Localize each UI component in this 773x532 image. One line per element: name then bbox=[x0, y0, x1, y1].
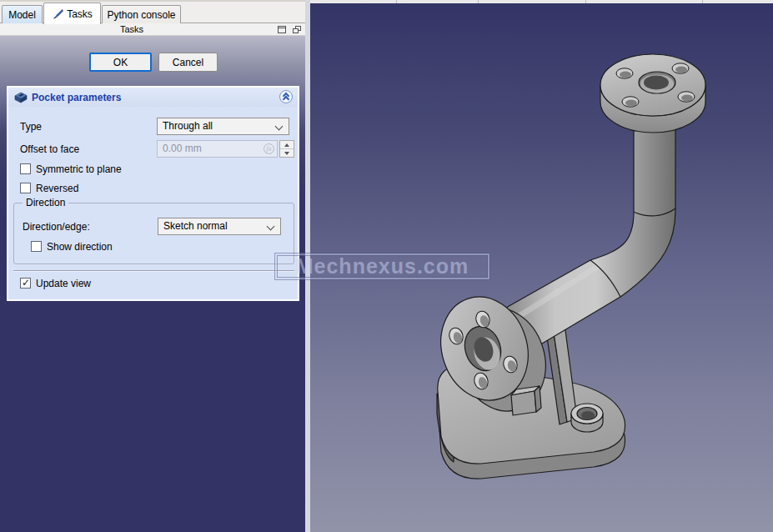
type-dropdown-value: Through all bbox=[163, 120, 213, 132]
tasks-title: Tasks bbox=[0, 24, 264, 34]
offset-value: 0.00 mm bbox=[163, 143, 202, 154]
cancel-button[interactable]: Cancel bbox=[158, 53, 218, 72]
type-label: Type bbox=[20, 121, 42, 133]
tab-model-label: Model bbox=[8, 9, 36, 21]
pencil-icon bbox=[52, 8, 63, 20]
direction-group-title: Direction bbox=[23, 197, 68, 208]
chevron-down-icon bbox=[267, 223, 275, 231]
pane-tabbar: Model Tasks Python console bbox=[0, 0, 305, 23]
separator bbox=[13, 270, 294, 272]
check-icon: ✓ bbox=[22, 277, 30, 289]
spin-up-button bbox=[280, 141, 294, 149]
watermark-text: Mechnexus.com bbox=[296, 254, 469, 279]
dock-panel-icon[interactable] bbox=[278, 25, 287, 33]
pocket-parameters-panel: Pocket parameters Type Through all Offse… bbox=[7, 86, 299, 301]
expression-editor-icon: fx bbox=[264, 143, 274, 154]
offset-label: Offset to face bbox=[20, 143, 79, 155]
reversed-checkbox[interactable] bbox=[20, 183, 31, 193]
tab-python-console[interactable]: Python console bbox=[102, 5, 181, 23]
panel-title: Pocket parameters bbox=[32, 92, 121, 103]
direction-edge-dropdown[interactable]: Sketch normal bbox=[158, 218, 281, 235]
offset-input: 0.00 mm fx bbox=[157, 140, 278, 158]
spin-down-icon bbox=[284, 152, 289, 155]
offset-spinner bbox=[279, 140, 294, 158]
tab-python-label: Python console bbox=[107, 9, 175, 21]
pocket-parameters-header[interactable]: Pocket parameters bbox=[8, 88, 298, 107]
spin-up-icon bbox=[284, 143, 289, 147]
tasks-titlebar: Tasks bbox=[0, 23, 305, 36]
direction-group: Direction Direction/edge: Sketch normal … bbox=[13, 203, 294, 264]
ok-button[interactable]: OK bbox=[89, 53, 152, 72]
collapse-icon[interactable] bbox=[279, 90, 293, 103]
watermark: Mechnexus.com bbox=[275, 253, 489, 279]
pocket-icon bbox=[14, 92, 28, 103]
direction-edge-label: Direction/edge: bbox=[23, 221, 90, 233]
type-dropdown[interactable]: Through all bbox=[157, 118, 289, 135]
symmetric-checkbox[interactable] bbox=[20, 163, 31, 174]
tab-model[interactable]: Model bbox=[2, 5, 43, 23]
update-view-checkbox[interactable]: ✓ bbox=[20, 278, 31, 289]
chevron-down-icon bbox=[275, 123, 284, 131]
tab-tasks-label: Tasks bbox=[67, 8, 93, 20]
reversed-label: Reversed bbox=[36, 183, 78, 194]
task-pane: Model Tasks Python console Tasks bbox=[0, 0, 305, 532]
direction-edge-value: Sketch normal bbox=[163, 220, 228, 232]
tab-tasks[interactable]: Tasks bbox=[43, 3, 101, 24]
update-view-label: Update view bbox=[36, 278, 91, 289]
show-direction-checkbox[interactable] bbox=[31, 241, 42, 252]
show-direction-label: Show direction bbox=[47, 241, 113, 253]
float-panel-icon[interactable] bbox=[293, 25, 302, 33]
task-pane-body: OK Cancel Pocket parameters bbox=[0, 36, 305, 532]
spin-down-button bbox=[280, 149, 294, 157]
freecad-window: Model Tasks Python console Tasks bbox=[0, 0, 773, 532]
symmetric-label: Symmetric to plane bbox=[36, 163, 122, 175]
